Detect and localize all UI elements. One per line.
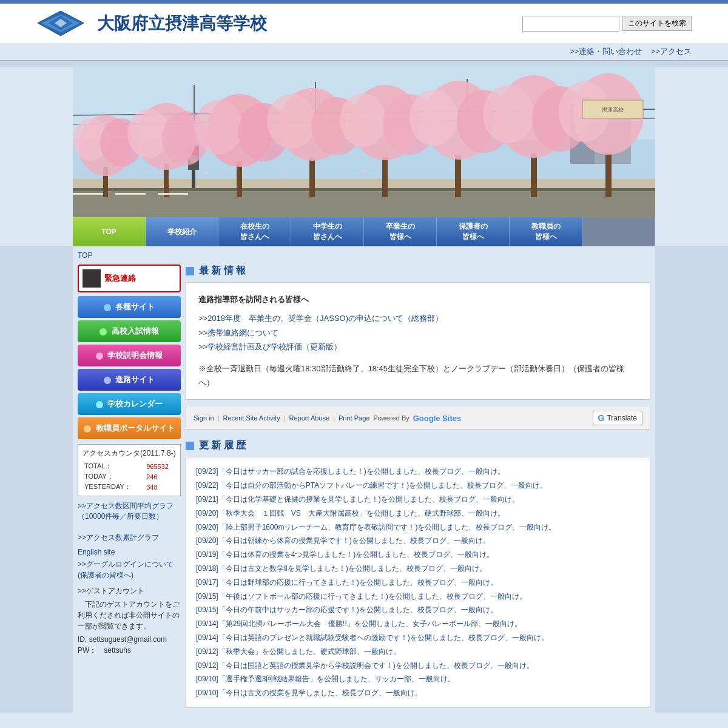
svg-point-37 <box>340 93 386 147</box>
update-link[interactable]: [09/14]「今日は英語のプレゼンと就職試験受験者への激励です！)を公開しまし… <box>196 633 548 642</box>
update-item: [09/19]「今日は体育の授業を4つ見学しました！)を公開しました、校長ブログ… <box>196 548 640 562</box>
update-item: [09/18]「今日は古文と数学Ⅱを見学しました！)を公開しました、校長ブログ、… <box>196 562 640 576</box>
translate-text: Translate <box>607 414 637 422</box>
update-item: [09/23]「今日はサッカー部の試合を応援しました！)を公開しました、校長ブロ… <box>196 465 640 479</box>
guest-id: ID: settsuguest@gmail.com <box>78 634 181 645</box>
info-link-3[interactable]: >>学校経営計画及び学校評価（更新版） <box>198 342 342 351</box>
update-item: [09/22]「今日は自分の部活動からPTAソフトバレーの練習です！)を公開しま… <box>196 479 640 493</box>
update-link[interactable]: [09/15]「今日の午前中はサッカー部の応援です！)を公開しました、校長ブログ… <box>196 605 497 614</box>
access-graph-link[interactable]: >>アクセス数区間平均グラフ（10000件毎／所要日数） <box>78 501 181 522</box>
google-login-link[interactable]: >>グーグルログインについて(保護者の皆様へ) <box>78 560 174 579</box>
guest-account-section: >>ゲストアカウント 下記のゲストアカウントをご利用くだされば非公開サイトの一部… <box>78 585 181 656</box>
google-sites-link[interactable]: Google Sites <box>413 414 461 423</box>
info-box-footer: Sign in | Recent Site Activity | Report … <box>186 407 650 430</box>
svg-point-33 <box>267 94 315 149</box>
nav-extra[interactable] <box>582 217 655 246</box>
career-site-button[interactable]: 進路サイト <box>78 369 181 391</box>
access-link[interactable]: >>アクセス <box>651 47 692 56</box>
info-box-title: 進路指導部を訪問される皆様へ <box>198 292 638 306</box>
nav-staff[interactable]: 教職員の皆様へ <box>510 217 582 246</box>
svg-rect-14 <box>73 179 655 188</box>
svg-rect-18 <box>192 170 195 188</box>
update-item: [09/20]「今日は朝練から体育の授業見学です！)を公開しました、校長ブログ、… <box>196 534 640 548</box>
nav-school[interactable]: 学校紹介 <box>146 217 218 246</box>
update-item: [09/20]「秋季大会 １回戦 VS 大産大附属高校」を公開しました、硬式野球… <box>196 507 640 521</box>
print-page-link[interactable]: Print Page <box>339 414 369 422</box>
english-site-link[interactable]: English site <box>78 548 115 556</box>
update-link[interactable]: [09/12]「今日は国語と英語の授業見学から学校説明会です！)を公開しました、… <box>196 661 534 670</box>
section-header-update: 更 新 履 歴 <box>186 439 650 452</box>
search-input[interactable] <box>522 16 619 32</box>
today-value: 246 <box>144 471 177 482</box>
svg-point-29 <box>194 100 243 155</box>
main-content: TOP 緊急連絡 各種サイト 高校入試情報 学校説明会情報 進路サイト <box>73 246 655 713</box>
entrance-exam-button[interactable]: 高校入試情報 <box>78 320 181 342</box>
update-link[interactable]: [09/14]「第29回北摂バレーボール大会 優勝!!」を公開しました、女子バレ… <box>196 619 522 628</box>
report-abuse-link[interactable]: Report Abuse <box>289 414 330 422</box>
hero-image: 摂津高校 <box>73 67 655 217</box>
nav-graduates[interactable]: 卒業生の皆様へ <box>364 217 437 246</box>
svg-point-51 <box>205 172 207 174</box>
update-item: [09/10]「選手権予選3回戦結果報告」を公開しました、サッカー部、一般向け。 <box>196 672 640 686</box>
nav-bar: TOP 学校紹介 在校生の皆さんへ 中学生の皆さんへ 卒業生の皆様へ 保護者の皆… <box>73 217 655 246</box>
update-link[interactable]: [09/12]「秋季大会」を公開しました、硬式野球部、一般向け。 <box>196 647 400 656</box>
footer <box>0 713 728 728</box>
update-link[interactable]: [09/10]「今日は古文の授業を見学しました、校長ブログ、一般向け。 <box>196 689 422 697</box>
update-link[interactable]: [09/20]「陸上部男子1600mリレーチーム、教育庁を表敬訪問です！)を公開… <box>196 523 556 531</box>
google-g-icon: G <box>598 413 605 423</box>
nav-students[interactable]: 在校生の皆さんへ <box>218 217 291 246</box>
svg-point-52 <box>284 174 287 177</box>
school-calendar-button[interactable]: 学校カレンダー <box>78 393 181 415</box>
update-link[interactable]: [09/15]「午後はソフトボール部の応援に行ってきました！)を公開しました、校… <box>196 592 527 601</box>
latest-section-title: 最 新 情 報 <box>199 265 246 277</box>
access-cumulative-link[interactable]: >>アクセス数累計グラフ <box>78 533 181 543</box>
logo-area: 大阪府立摂津高等学校 <box>36 10 267 37</box>
update-link[interactable]: [09/22]「今日は自分の部活動からPTAソフトバレーの練習です！)を公開しま… <box>196 481 547 490</box>
update-item: [09/10]「今日は古文の授業を見学しました、校長ブログ、一般向け。 <box>196 686 640 700</box>
content-wrapper: 緊急連絡 各種サイト 高校入試情報 学校説明会情報 進路サイト 学校カレンダー <box>78 265 650 708</box>
update-item: [09/15]「今日の午前中はサッカー部の応援です！)を公開しました、校長ブログ… <box>196 603 640 617</box>
nav-top[interactable]: TOP <box>73 217 146 246</box>
guest-desc: 下記のゲストアカウントをご利用くだされば非公開サイトの一部が閲覧できます。 <box>78 599 181 632</box>
footer-links: Sign in | Recent Site Activity | Report … <box>194 414 461 423</box>
update-item: [09/15]「午後はソフトボール部の応援に行ってきました！)を公開しました、校… <box>196 590 640 604</box>
svg-point-45 <box>483 85 534 143</box>
breadcrumb: TOP <box>78 251 650 260</box>
counter-table: TOTAL： 965532 TODAY： 246 YESTERDAY： 348 <box>82 461 177 492</box>
update-link[interactable]: [09/17]「今日は野球部の応援に行ってきました！)を公開しました、校長ブログ… <box>196 578 497 587</box>
update-link[interactable]: [09/23]「今日はサッカー部の試合を応援しました！)を公開しました、校長ブロ… <box>196 467 505 476</box>
nav-junior[interactable]: 中学生の皆さんへ <box>291 217 364 246</box>
recent-activity-link[interactable]: Recent Site Activity <box>223 414 280 422</box>
sidebar: 緊急連絡 各種サイト 高校入試情報 学校説明会情報 進路サイト 学校カレンダー <box>78 265 181 708</box>
svg-point-41 <box>410 90 458 146</box>
translate-button[interactable]: G Translate <box>593 411 642 425</box>
update-link[interactable]: [09/21]「今日は化学基礎と保健の授業を見学しました！)を公開しました、校長… <box>196 495 519 504</box>
staff-portal-button[interactable]: 教職員ポータルサイト <box>78 417 181 439</box>
today-label: TODAY： <box>82 471 144 482</box>
update-section-title: 更 新 履 歴 <box>199 439 246 452</box>
update-link[interactable]: [09/20]「秋季大会 １回戦 VS 大産大附属高校」を公開しました、硬式野球… <box>196 509 505 517</box>
powered-by-text: Powered By <box>373 414 409 422</box>
update-link[interactable]: [09/20]「今日は朝練から体育の授業見学です！)を公開しました、校長ブログ、… <box>196 536 490 545</box>
update-link[interactable]: [09/10]「選手権予選3回戦結果報告」を公開しました、サッカー部、一般向け。 <box>196 675 455 683</box>
contact-link[interactable]: >>連絡・問い合わせ <box>570 47 642 56</box>
svg-rect-47 <box>605 152 612 197</box>
section-header-latest: 最 新 情 報 <box>186 265 650 277</box>
info-link-2[interactable]: >>携帯連絡網について <box>198 328 278 337</box>
update-link[interactable]: [09/19]「今日は体育の授業を4つ見学しました！)を公開しました、校長ブログ… <box>196 550 494 559</box>
svg-text:摂津高校: 摂津高校 <box>602 107 624 113</box>
update-link[interactable]: [09/18]「今日は古文と数学Ⅱを見学しました！)を公開しました、校長ブログ、… <box>196 564 487 573</box>
search-button[interactable]: このサイトを検索 <box>622 16 692 31</box>
update-item: [09/12]「今日は国語と英語の授業見学から学校説明会です！)を公開しました、… <box>196 659 640 673</box>
svg-rect-56 <box>158 193 188 195</box>
emergency-notice: 緊急連絡 <box>78 265 181 292</box>
update-item: [09/17]「今日は野球部の応援に行ってきました！)を公開しました、校長ブログ… <box>196 576 640 590</box>
various-sites-button[interactable]: 各種サイト <box>78 296 181 318</box>
info-link-1[interactable]: >>2018年度 卒業生の、奨学金（JASSO)の申込について（総務部） <box>198 314 443 323</box>
sign-in-link[interactable]: Sign in <box>194 414 214 422</box>
guest-pw: PW： settsuhs <box>78 645 181 656</box>
update-item: [09/14]「今日は英語のプレゼンと就職試験受験者への激励です！)を公開しまし… <box>196 631 640 645</box>
school-info-button[interactable]: 学校説明会情報 <box>78 345 181 366</box>
total-value: 965532 <box>144 461 177 471</box>
nav-parents[interactable]: 保護者の皆様へ <box>437 217 510 246</box>
